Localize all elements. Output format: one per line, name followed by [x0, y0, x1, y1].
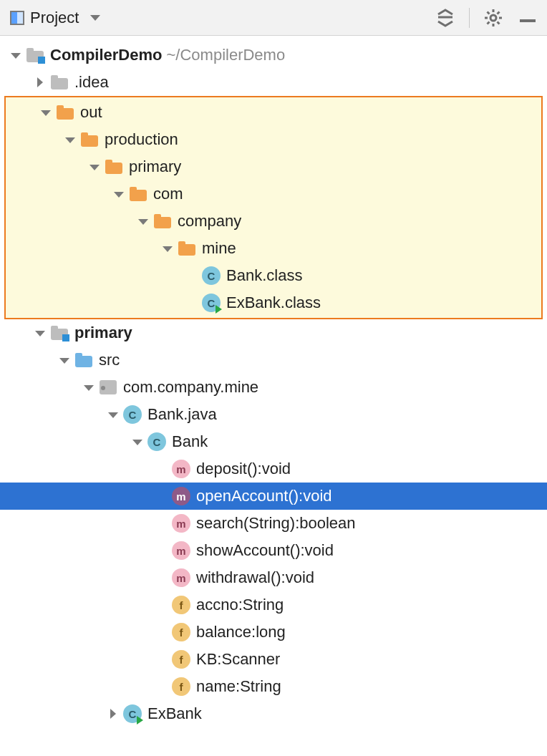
project-title: Project [30, 9, 79, 27]
expand-arrow-icon[interactable] [39, 105, 53, 120]
out-highlight-box: out production primary [4, 96, 543, 319]
toolbar-separator [469, 8, 470, 28]
runnable-class-icon: C [123, 704, 142, 723]
svg-marker-18 [35, 331, 45, 336]
svg-marker-13 [65, 137, 75, 143]
settings-button[interactable] [483, 7, 504, 29]
class-icon: C [147, 432, 166, 451]
tree-node-method-search[interactable]: m search(String):boolean [0, 510, 547, 537]
project-toolbar: Project [0, 0, 547, 36]
module-folder-icon [26, 46, 44, 64]
tree-label: out [80, 103, 102, 122]
tree-label: ExBank [147, 704, 202, 723]
tree-node-com[interactable]: com [6, 180, 541, 208]
tree-label: com.company.mine [123, 378, 258, 397]
expand-arrow-icon[interactable] [33, 326, 47, 340]
svg-marker-11 [37, 77, 43, 87]
tree-node-method-openaccount[interactable]: m openAccount():void [0, 483, 547, 510]
tree-node-method-showaccount[interactable]: m showAccount():void [0, 537, 547, 564]
project-view-selector[interactable]: Project [10, 9, 100, 27]
tree-label: primary [129, 158, 181, 176]
tree-label: Bank.java [147, 405, 217, 424]
svg-marker-21 [108, 412, 118, 418]
project-tree[interactable]: CompilerDemo~/CompilerDemo .idea out [0, 36, 547, 736]
hide-button[interactable] [517, 7, 538, 29]
svg-line-8 [498, 11, 500, 14]
tree-node-bank-class[interactable]: C Bank.class [6, 262, 541, 289]
class-icon: C [123, 405, 142, 424]
svg-marker-12 [41, 110, 51, 116]
field-icon: f [172, 650, 190, 669]
tree-node-field-balance[interactable]: f balance:long [0, 619, 547, 646]
expand-arrow-icon[interactable] [87, 160, 102, 174]
expand-arrow-icon[interactable] [130, 435, 145, 449]
expand-arrow-icon[interactable] [63, 132, 77, 147]
source-folder-icon [74, 351, 93, 369]
tree-label: Bank.class [226, 266, 302, 285]
tree-label: KB:Scanner [196, 650, 280, 669]
method-icon: m [172, 568, 190, 587]
tree-node-production[interactable]: production [6, 126, 541, 153]
tree-node-field-accno[interactable]: f accno:String [0, 591, 547, 619]
tree-node-exbank[interactable]: C ExBank [0, 700, 547, 727]
svg-marker-15 [114, 192, 124, 198]
field-icon: f [172, 623, 190, 641]
tree-label: showAccount():void [196, 541, 334, 560]
collapse-arrow-icon[interactable] [33, 75, 47, 89]
tree-label: Bank [172, 432, 208, 451]
tree-node-company[interactable]: company [6, 208, 541, 235]
tree-label: .idea [74, 73, 109, 92]
tree-node-field-kb[interactable]: f KB:Scanner [0, 646, 547, 673]
expand-arrow-icon[interactable] [160, 241, 175, 256]
folder-icon [56, 103, 74, 122]
tree-node-src[interactable]: src [0, 346, 547, 374]
collapse-arrow-icon[interactable] [106, 707, 120, 721]
collapse-all-button[interactable] [435, 7, 456, 29]
tree-node-bank-class-inner[interactable]: C Bank [0, 428, 547, 455]
svg-marker-14 [89, 165, 100, 170]
toolbar-actions [435, 7, 538, 29]
expand-arrow-icon[interactable] [82, 380, 96, 394]
tree-node-method-withdrawal[interactable]: m withdrawal():void [0, 564, 547, 591]
tree-node-mine[interactable]: mine [6, 235, 541, 262]
minimize-icon [520, 19, 536, 22]
tree-node-primary-out[interactable]: primary [6, 153, 541, 180]
expand-arrow-icon[interactable] [136, 214, 150, 228]
svg-marker-19 [59, 358, 69, 364]
folder-icon [80, 130, 99, 149]
expand-arrow-icon[interactable] [9, 48, 23, 62]
tree-node-bank-java[interactable]: C Bank.java [0, 401, 547, 428]
tree-label: deposit():void [196, 460, 291, 478]
tree-label: accno:String [196, 596, 284, 614]
svg-point-1 [490, 15, 496, 21]
package-icon [99, 378, 117, 397]
tree-node-primary-module[interactable]: primary [0, 319, 547, 346]
expand-arrow-icon[interactable] [106, 407, 120, 422]
chevron-down-icon [90, 15, 100, 21]
tree-node-method-deposit[interactable]: m deposit():void [0, 455, 547, 483]
svg-marker-17 [163, 246, 173, 252]
tree-label: production [105, 130, 178, 149]
tree-node-exbank-class[interactable]: C ExBank.class [6, 289, 541, 316]
svg-line-7 [498, 21, 500, 24]
tree-node-field-name[interactable]: f name:String [0, 673, 547, 700]
expand-arrow-icon[interactable] [112, 187, 126, 201]
svg-line-6 [488, 11, 490, 14]
tree-label: balance:long [196, 623, 286, 641]
tree-node-idea[interactable]: .idea [0, 69, 547, 96]
svg-line-9 [488, 21, 490, 24]
tree-node-out[interactable]: out [6, 99, 541, 126]
tree-label: withdrawal():void [196, 568, 314, 587]
method-icon: m [172, 460, 190, 478]
tree-label: openAccount():void [196, 487, 332, 505]
tree-label: CompilerDemo~/CompilerDemo [50, 46, 285, 64]
svg-marker-22 [132, 440, 142, 445]
tree-node-project-root[interactable]: CompilerDemo~/CompilerDemo [0, 42, 547, 69]
svg-marker-16 [138, 219, 148, 225]
tree-node-package[interactable]: com.company.mine [0, 374, 547, 401]
tree-label: search(String):boolean [196, 514, 356, 533]
tree-label: src [99, 351, 120, 369]
tree-label: company [178, 212, 241, 231]
folder-icon [153, 212, 172, 231]
expand-arrow-icon[interactable] [57, 353, 72, 367]
